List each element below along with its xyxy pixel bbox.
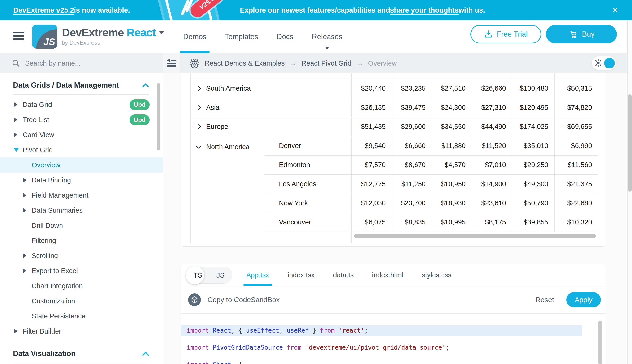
apply-button[interactable]: Apply xyxy=(566,292,601,307)
lang-option-ts[interactable]: TS xyxy=(186,267,209,284)
divider xyxy=(13,94,149,95)
sidebar-section-data-grids[interactable]: Data Grids / Data Management xyxy=(0,76,163,94)
expand-row-icon[interactable] xyxy=(196,86,201,91)
banner-release-rest: is now available. xyxy=(74,6,130,14)
brand[interactable]: DevExtremeReact by DevExpress xyxy=(62,26,164,46)
expand-row-icon[interactable] xyxy=(196,105,201,110)
devextreme-js-logo[interactable]: JS xyxy=(32,24,57,49)
main-header: JS DevExtremeReact by DevExpress DemosTe… xyxy=(0,20,632,53)
pivot-row-header[interactable]: South America xyxy=(191,79,352,98)
collapse-row-icon[interactable] xyxy=(196,144,201,148)
hamburger-menu-icon[interactable] xyxy=(13,32,24,41)
pivot-row-header[interactable]: Asia xyxy=(191,98,352,117)
sidebar-item-scrolling[interactable]: Scrolling xyxy=(0,248,163,263)
tab-index-html[interactable]: index.html xyxy=(371,264,405,286)
sidebar-item-overview[interactable]: Overview xyxy=(0,158,163,172)
sidebar-item-field-management[interactable]: Field Management xyxy=(0,188,163,203)
theme-toggle-knob[interactable] xyxy=(604,58,615,68)
free-trial-button[interactable]: Free Trial xyxy=(470,25,541,44)
section-title: Data Visualization xyxy=(13,349,142,358)
language-toggle[interactable]: TS JS xyxy=(186,266,232,284)
sidebar-section-data-visualization[interactable]: Data Visualization xyxy=(0,344,163,363)
tab-label: styles.css xyxy=(422,271,452,279)
sidebar-item-filter-builder[interactable]: Filter Builder xyxy=(0,324,163,339)
code-token xyxy=(283,344,287,351)
banner-release-message: DevExtreme v25.2 is now available. xyxy=(13,0,130,20)
sidebar-scrollbar[interactable] xyxy=(157,83,160,150)
pivot-value-cell: $10,320 xyxy=(555,213,598,232)
devextreme-demos-page: DevExtreme v25.2 is now available. V25.2… xyxy=(0,0,632,364)
code-tabs-row: TS JS App.tsxindex.tsxdata.tsindex.htmls… xyxy=(181,264,605,286)
code-token: from xyxy=(320,327,338,334)
page-scrollbar-thumb[interactable] xyxy=(628,94,631,192)
pivot-value-cell: $174,025 xyxy=(512,117,555,136)
pivot-value-cell: $49,300 xyxy=(512,174,555,194)
platform-dropdown-caret-icon[interactable] xyxy=(159,31,164,34)
pivot-value-cell: $74,820 xyxy=(555,98,598,117)
sidebar-item-pivot-grid[interactable]: Pivot Grid xyxy=(0,142,163,158)
tab-index-tsx[interactable]: index.tsx xyxy=(286,264,316,286)
tab-app-tsx[interactable]: App.tsx xyxy=(245,264,271,286)
pivot-value-cell: $8,175 xyxy=(472,213,512,232)
pivot-value-cell: $35,010 xyxy=(512,136,555,155)
pivot-value-cell: $4,570 xyxy=(432,155,472,174)
tab-data-ts[interactable]: data.ts xyxy=(332,264,355,286)
theme-toggle[interactable] xyxy=(592,56,616,70)
tab-styles-css[interactable]: styles.css xyxy=(420,264,453,286)
code-editor: import React, { useEffect, useRef } from… xyxy=(181,314,605,364)
share-thoughts-link[interactable]: share your thoughts xyxy=(390,6,459,14)
sidebar-item-card-view[interactable]: Card View xyxy=(0,127,163,142)
sidebar-item-filtering[interactable]: Filtering xyxy=(0,233,163,248)
collapsed-arrow-icon xyxy=(23,253,29,258)
chevron-up-icon xyxy=(142,83,149,88)
banner-release-link[interactable]: DevExtreme v25.2 xyxy=(13,6,74,14)
pivot-row-header[interactable]: Europe xyxy=(191,117,352,136)
banner-message-post: with us. xyxy=(459,6,485,14)
collapse-sidebar-icon[interactable] xyxy=(166,58,177,68)
nav-item-docs[interactable]: Docs xyxy=(277,20,294,53)
codesandbox-label: Copy to CodeSandBox xyxy=(207,296,280,304)
code-token: , xyxy=(279,327,286,334)
sidebar-item-export-to-excel[interactable]: Export to Excel xyxy=(0,263,163,278)
breadcrumb-current: Overview xyxy=(368,60,397,67)
pivot-value-cell: $6,660 xyxy=(392,136,432,155)
pivot-hscroll-track[interactable] xyxy=(352,232,598,243)
nav-item-releases[interactable]: Releases xyxy=(312,20,342,53)
code-token: useEffect xyxy=(246,327,279,334)
buy-button[interactable]: Buy xyxy=(546,25,617,44)
pivot-value-cell: $39,475 xyxy=(392,98,432,117)
sidebar-item-data-binding[interactable]: Data Binding xyxy=(0,172,163,188)
pivot-row-header-group[interactable]: North America xyxy=(191,136,264,243)
code-line: import PivotGridDataSource from 'devextr… xyxy=(181,339,605,356)
breadcrumb-demos-link[interactable]: React Demos & Examples xyxy=(205,60,285,67)
reset-button[interactable]: Reset xyxy=(536,296,554,304)
search-input[interactable] xyxy=(25,60,129,67)
pivot-row-europe: Europe$51,435$29,600$34,550$44,490$174,0… xyxy=(191,117,598,136)
page-scrollbar[interactable] xyxy=(627,20,632,364)
expand-row-icon[interactable] xyxy=(196,124,201,129)
lang-option-js[interactable]: JS xyxy=(209,267,232,284)
sidebar-item-data-grid[interactable]: Data GridUpd xyxy=(0,97,163,112)
pivot-hscroll-thumb[interactable] xyxy=(354,234,596,238)
code-token: from xyxy=(287,344,305,351)
breadcrumb-pivot-grid-link[interactable]: React Pivot Grid xyxy=(301,60,351,67)
pivot-row-label: North America xyxy=(206,143,250,151)
nav-item-templates[interactable]: Templates xyxy=(225,20,258,53)
sidebar-item-tree-list[interactable]: Tree ListUpd xyxy=(0,112,163,127)
main-content: South America$20,440$23,235$27,510$26,66… xyxy=(163,73,627,364)
sidebar-items: Data GridUpdTree ListUpdCard ViewPivot G… xyxy=(0,97,163,339)
sidebar-item-data-summaries[interactable]: Data Summaries xyxy=(0,203,163,218)
code-token: import xyxy=(187,344,213,351)
sidebar-item-drill-down[interactable]: Drill Down xyxy=(0,218,163,233)
sidebar-search xyxy=(0,53,163,73)
copy-to-codesandbox-button[interactable]: Copy to CodeSandBox xyxy=(188,294,280,306)
pivot-grid: South America$20,440$23,235$27,510$26,66… xyxy=(190,73,598,243)
banner-close-icon[interactable]: ✕ xyxy=(612,0,618,20)
nav-item-demos[interactable]: Demos xyxy=(183,20,206,53)
pivot-value-cell: $22,680 xyxy=(555,194,598,213)
sidebar-item-customization[interactable]: Customization xyxy=(0,294,163,308)
sidebar-item-state-persistence[interactable]: State Persistence xyxy=(0,308,163,324)
pivot-value-cell: $24,300 xyxy=(432,98,472,117)
code-scrollbar[interactable] xyxy=(598,320,602,364)
sidebar-item-chart-integration[interactable]: Chart Integration xyxy=(0,278,163,294)
